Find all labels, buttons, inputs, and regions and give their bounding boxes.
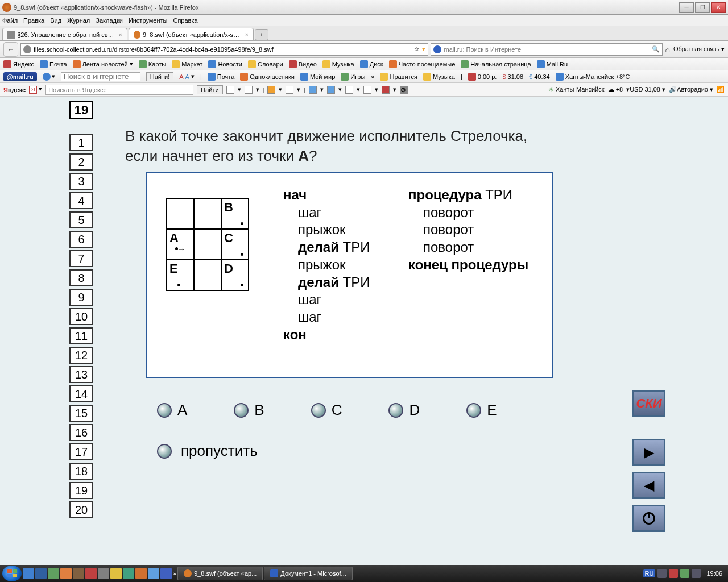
star-icon[interactable]: ☆: [414, 45, 420, 53]
weather-widget[interactable]: Ханты-Мансийск +8°C: [556, 73, 630, 81]
home-icon[interactable]: ⌂: [665, 45, 669, 54]
tool-icon-6[interactable]: [327, 86, 335, 94]
answer-c[interactable]: C: [311, 401, 342, 419]
bm-maps[interactable]: Карты: [139, 60, 166, 68]
menu-help[interactable]: Справка: [173, 17, 197, 24]
qnav-7[interactable]: 7: [69, 250, 93, 267]
tab-1[interactable]: §26. Управление с обратной связью ×: [2, 28, 127, 40]
tab-close-icon[interactable]: ×: [119, 31, 122, 38]
backward-button[interactable]: ◀: [632, 472, 665, 499]
tray-icon[interactable]: [657, 569, 667, 578]
tool-icon-4[interactable]: [286, 86, 293, 94]
bm-mail[interactable]: Почта: [40, 60, 67, 68]
start-button[interactable]: [2, 566, 22, 581]
search-bar[interactable]: 🔍: [431, 43, 663, 56]
textsize-buttons[interactable]: AA ▾: [179, 73, 195, 80]
menu-tools[interactable]: Инструменты: [129, 17, 168, 24]
qnav-19[interactable]: 19: [69, 482, 93, 499]
tool-icon-2[interactable]: [245, 86, 253, 94]
bookmark-icon[interactable]: ▾: [422, 45, 425, 53]
qnav-16[interactable]: 16: [69, 424, 93, 441]
tool-icon-9[interactable]: [382, 86, 390, 94]
bm-news[interactable]: Лента новостей ▾: [73, 60, 133, 68]
qnav-13[interactable]: 13: [69, 366, 93, 383]
tray-icon[interactable]: [692, 569, 701, 578]
bm-music2[interactable]: Музыка: [423, 73, 455, 81]
bm-like[interactable]: Нравится: [380, 73, 417, 81]
qnav-5[interactable]: 5: [69, 211, 93, 228]
yandex-engine-dropdown[interactable]: Я ▾: [29, 85, 42, 94]
quicklaunch-icon[interactable]: [23, 568, 34, 579]
ql-expand[interactable]: »: [173, 570, 176, 577]
qnav-2[interactable]: 2: [69, 153, 93, 171]
search-input[interactable]: [444, 46, 650, 53]
menu-edit[interactable]: Правка: [23, 17, 44, 24]
taskbar-app-firefox[interactable]: 9_8.swf (объект «ap...: [177, 567, 263, 580]
skip-option[interactable]: пропустить: [157, 442, 258, 460]
quicklaunch-icon[interactable]: [110, 568, 122, 579]
quicklaunch-icon[interactable]: [148, 568, 159, 579]
search-engine-icon[interactable]: [433, 45, 441, 53]
url-bar[interactable]: ☆ ▾: [20, 43, 428, 56]
qnav-9[interactable]: 9: [69, 289, 93, 306]
rate-widget[interactable]: 0,00 р.: [468, 73, 497, 81]
feedback-link[interactable]: Обратная связь ▾: [673, 45, 725, 53]
quicklaunch-icon[interactable]: [135, 568, 147, 579]
qnav-20[interactable]: 20: [69, 501, 93, 518]
quicklaunch-icon[interactable]: [160, 568, 172, 579]
tab-2[interactable]: 9_8.swf (объект «application/x-shockwa..…: [129, 28, 254, 40]
ski-button[interactable]: СКИ: [632, 390, 665, 417]
bm-yandex[interactable]: Яндекс: [3, 60, 34, 68]
qnav-12[interactable]: 12: [69, 347, 93, 364]
signal-icon[interactable]: 📶: [717, 86, 725, 93]
ya-weather[interactable]: ☀ Ханты-Мансийск: [548, 86, 605, 93]
answer-e[interactable]: E: [466, 401, 497, 419]
tool-icon-7[interactable]: [345, 86, 353, 94]
ya-temp[interactable]: ☁ +8: [608, 86, 623, 93]
search-go-icon[interactable]: 🔍: [652, 45, 660, 53]
bm-ok[interactable]: Одноклассники: [240, 73, 295, 81]
yandex-find-button[interactable]: Найти: [197, 85, 222, 94]
quicklaunch-icon[interactable]: [48, 568, 59, 579]
tool-icon-3[interactable]: [267, 86, 275, 94]
menu-bookmarks[interactable]: Закладки: [96, 17, 123, 24]
yandex-search-input[interactable]: [46, 85, 193, 95]
qnav-14[interactable]: 14: [69, 385, 93, 402]
quicklaunch-icon[interactable]: [98, 568, 109, 579]
bm-home[interactable]: Начальная страница: [461, 60, 531, 68]
bm-disk[interactable]: Диск: [360, 60, 383, 68]
minimize-button[interactable]: ─: [679, 2, 694, 13]
gear-icon[interactable]: ⚙: [400, 86, 408, 94]
quicklaunch-icon[interactable]: [85, 568, 97, 579]
yandex-logo[interactable]: ЯЯндексндекс: [3, 86, 26, 93]
new-tab-button[interactable]: +: [255, 29, 268, 40]
qnav-3[interactable]: 3: [69, 173, 93, 190]
tray-lang[interactable]: RU: [643, 569, 656, 577]
qnav-6[interactable]: 6: [69, 231, 93, 248]
bm-pochta[interactable]: Почта: [208, 73, 235, 81]
quicklaunch-icon[interactable]: [123, 568, 134, 579]
tool-icon-5[interactable]: [309, 86, 317, 94]
qnav-4[interactable]: 4: [69, 192, 93, 209]
tray-icon[interactable]: [669, 569, 678, 578]
ya-radio[interactable]: 🔊Авторадио ▾: [669, 86, 713, 93]
bm-video[interactable]: Видео: [289, 60, 317, 68]
forward-button[interactable]: ▶: [632, 439, 665, 466]
power-button[interactable]: [632, 505, 665, 532]
answer-b[interactable]: B: [234, 401, 264, 419]
qnav-10[interactable]: 10: [69, 308, 93, 325]
menu-file[interactable]: Файл: [2, 17, 18, 24]
bm-games[interactable]: Игры: [341, 73, 365, 81]
answer-d[interactable]: D: [388, 401, 420, 419]
quicklaunch-icon[interactable]: [35, 568, 47, 579]
bm-music[interactable]: Музыка: [322, 60, 354, 68]
bm-dict[interactable]: Словари: [248, 60, 283, 68]
mailru-logo[interactable]: @mail.ru: [3, 72, 37, 81]
bm-mymir[interactable]: Мой мир: [300, 73, 335, 81]
quicklaunch-icon[interactable]: [60, 568, 72, 579]
search-engine-dropdown[interactable]: ▾: [43, 73, 55, 81]
tray-clock[interactable]: 19:06: [703, 570, 726, 577]
back-button[interactable]: ←: [3, 42, 18, 57]
bm-novosti[interactable]: Новости: [208, 60, 242, 68]
quicklaunch-icon[interactable]: [73, 568, 84, 579]
